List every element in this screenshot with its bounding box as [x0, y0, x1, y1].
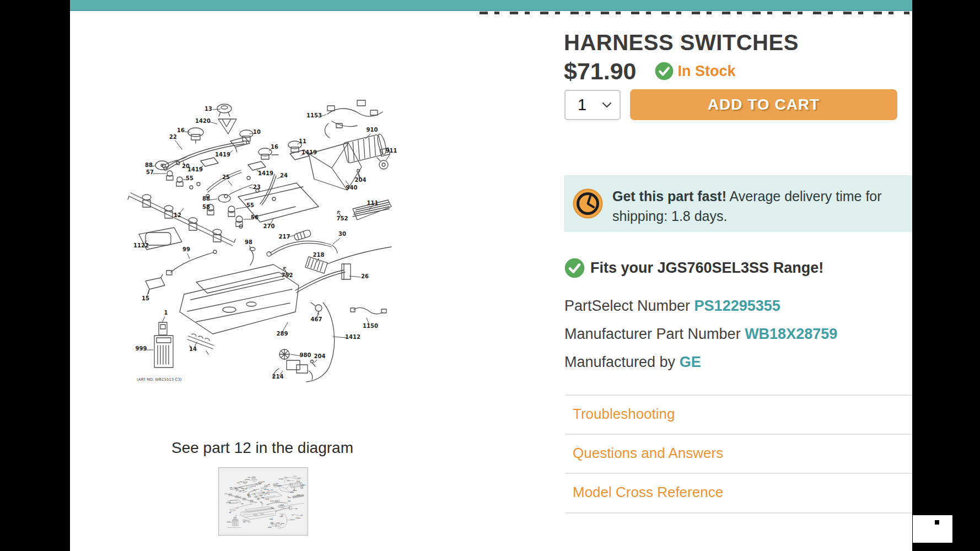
- delivery-text-line1: Average delivery time for: [726, 188, 882, 204]
- add-to-cart-button[interactable]: ADD TO CART: [630, 89, 897, 120]
- manufacturer-number-label: Manufacturer Part Number: [564, 326, 745, 342]
- parts-diagram-image: [112, 62, 399, 406]
- fits-model-label: Fits your JGS760SEL3SS Range!: [590, 260, 823, 277]
- page-root: 1314201610221153111614191419885720141955…: [0, 0, 980, 551]
- chevron-down-icon: [602, 102, 612, 109]
- in-stock-check-icon: [655, 62, 674, 80]
- link-troubleshooting[interactable]: Troubleshooting: [573, 406, 675, 424]
- manufacturer-number-value[interactable]: WB18X28759: [745, 326, 837, 342]
- partselect-number-label: PartSelect Number: [564, 298, 694, 314]
- divider: [565, 512, 912, 514]
- manufactured-by-label: Manufactured by: [564, 354, 680, 370]
- stock-status: In Stock: [655, 62, 736, 80]
- divider: [565, 473, 912, 474]
- diagram-caption: See part 12 in the diagram: [152, 439, 373, 457]
- divider: [565, 395, 912, 396]
- delivery-text-bold: Get this part fast!: [612, 188, 726, 204]
- delivery-banner: Get this part fast! Average delivery tim…: [564, 175, 912, 232]
- diagram-thumbnail-image: [220, 469, 306, 533]
- delivery-text: Get this part fast! Average delivery tim…: [612, 186, 912, 226]
- product-price: $71.90: [564, 58, 637, 85]
- price-row: $71.90 In Stock: [564, 57, 736, 85]
- manufactured-by-row: Manufactured by GE: [564, 354, 701, 371]
- product-title: HARNESS SWITCHES: [564, 30, 799, 55]
- link-questions-answers[interactable]: Questions and Answers: [573, 445, 723, 463]
- stock-status-label: In Stock: [678, 63, 736, 80]
- fits-check-icon: [564, 258, 585, 278]
- partselect-number-row: PartSelect Number PS12295355: [564, 298, 780, 315]
- page-content: See part 12 in the diagram HARNESS SWITC…: [70, 0, 912, 551]
- overlay-box: [913, 515, 952, 543]
- link-model-cross-reference[interactable]: Model Cross Reference: [573, 484, 723, 503]
- manufactured-by-value[interactable]: GE: [680, 354, 701, 370]
- delivery-text-line2: shipping: 1.8 days.: [612, 206, 912, 226]
- partselect-number-value[interactable]: PS12295355: [694, 298, 780, 314]
- quantity-value: 1: [578, 96, 602, 114]
- fits-model-row: Fits your JGS760SEL3SS Range!: [564, 258, 823, 278]
- overlay-marker: [935, 520, 939, 525]
- quantity-select[interactable]: 1: [564, 90, 621, 120]
- top-teal-bar: [70, 0, 912, 11]
- divider: [565, 434, 912, 435]
- clock-icon: [573, 188, 603, 219]
- manufacturer-number-row: Manufacturer Part Number WB18X28759: [564, 326, 837, 343]
- clipped-text-artifact: [480, 12, 909, 14]
- diagram-thumbnail[interactable]: [218, 467, 308, 536]
